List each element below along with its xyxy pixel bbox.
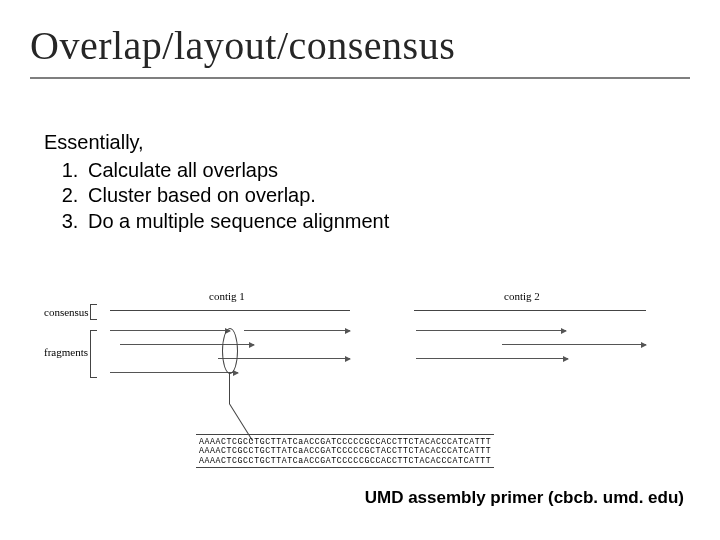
intro-text: Essentially, [44,130,676,156]
sequence-row: AAAACTCGCCTGCTTATCaACCGATCCCCCGCTACCTTCT… [199,446,491,455]
callout-line [229,372,230,404]
sequence-row: AAAACTCGCCTGCTTATCaACCGATCCCCCGCCACCTTCT… [199,437,491,446]
label-fragments: fragments [44,346,88,358]
steps-list: Calculate all overlaps Cluster based on … [44,158,676,235]
slide-title: Overlap/layout/consensus [30,22,690,79]
bracket-icon [90,304,97,320]
consensus-line-2 [414,310,646,311]
sequence-alignment-box: AAAACTCGCCTGCTTATCaACCGATCCCCCGCCACCTTCT… [196,434,494,468]
credit-text: UMD assembly primer (cbcb. umd. edu) [0,488,684,508]
label-contig2: contig 2 [504,290,540,302]
sequence-row: AAAACTCGCCTGCTTATCaACCGATCCCCCGCCACCTTCT… [199,456,491,465]
label-consensus: consensus [44,306,89,318]
list-item: Cluster based on overlap. [84,183,676,209]
assembly-diagram: consensus fragments contig 1 contig 2 AA… [44,296,664,472]
bracket-icon [90,330,97,378]
label-contig1: contig 1 [209,290,245,302]
overlap-highlight-circle [222,328,238,374]
list-item: Do a multiple sequence alignment [84,209,676,235]
body-text: Essentially, Calculate all overlaps Clus… [44,130,676,234]
list-item: Calculate all overlaps [84,158,676,184]
consensus-line-1 [110,310,350,311]
